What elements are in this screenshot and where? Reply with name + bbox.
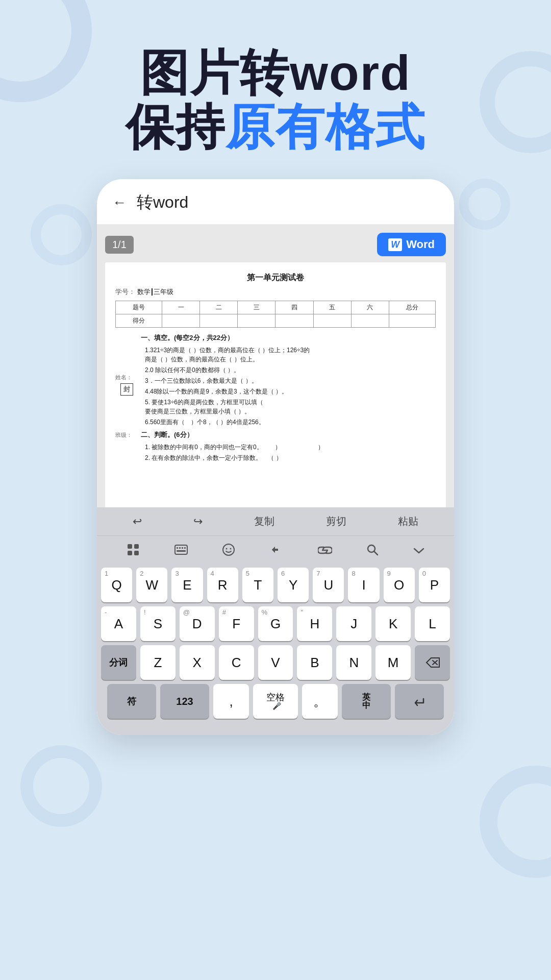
- key-g[interactable]: %G: [258, 606, 293, 641]
- key-x[interactable]: X: [180, 645, 215, 680]
- table-score-2: [200, 314, 238, 328]
- key-q[interactable]: 1Q: [101, 568, 132, 602]
- question-2-2: 2. 在有余数的除法中，余数一定小于除数。 （ ）: [145, 453, 436, 462]
- kb-link-button[interactable]: [313, 542, 337, 561]
- kb-grid-button[interactable]: [121, 540, 145, 562]
- key-l[interactable]: L: [415, 606, 450, 641]
- doc-title: 第一单元测试卷: [115, 273, 436, 283]
- key-row-4: 符 123 , 空格 🎤 。 英中: [101, 684, 450, 719]
- key-e[interactable]: 3E: [171, 568, 203, 602]
- key-k[interactable]: K: [375, 606, 411, 641]
- key-u[interactable]: 7U: [313, 568, 344, 602]
- kb-keyboard-button[interactable]: [169, 542, 193, 561]
- cut-button[interactable]: 剪切: [321, 512, 352, 530]
- redo-button[interactable]: ↪: [188, 513, 208, 530]
- key-enter[interactable]: [395, 684, 444, 719]
- key-t[interactable]: 5T: [242, 568, 273, 602]
- headline-line2: 保持原有格式: [126, 100, 425, 154]
- key-h[interactable]: "H: [297, 606, 332, 641]
- doc-page: 第一单元测试卷 学号： 数学 三年级 题号 一 二 三 四: [105, 262, 446, 507]
- svg-marker-14: [272, 547, 278, 553]
- key-comma[interactable]: ,: [213, 684, 249, 719]
- key-space[interactable]: 空格 🎤: [253, 684, 298, 719]
- question-1-6: 6.560里面有（ ）个8，（ ）的4倍是256。: [145, 418, 436, 427]
- headline-highlight: 原有格式: [226, 100, 425, 154]
- table-header-0: 题号: [116, 301, 162, 314]
- name-label: 姓名：: [115, 374, 141, 381]
- kb-cursor-button[interactable]: [265, 542, 288, 561]
- question-1-5: 5. 要使13÷6的商是两位数，方框里可以填（要使商是三位数，方框里最小填（ ）…: [145, 398, 436, 416]
- app-title: 转word: [137, 191, 188, 214]
- key-z[interactable]: Z: [140, 645, 176, 680]
- doc-container: 1/1 W Word 第一单元测试卷 学号： 数学 三年级: [97, 225, 454, 507]
- key-i[interactable]: 8I: [348, 568, 379, 602]
- keyboard-area: 1Q 2W 3E 4R 5T 6Y 7U 8I 9O 0P -A !S @D #…: [97, 565, 454, 727]
- table-header-5: 五: [313, 301, 351, 314]
- svg-point-10: [223, 544, 234, 555]
- kb-toolbar: ↩ ↪ 复制 剪切 粘贴: [97, 507, 454, 535]
- question-1-3: 3．一个三位数除以6，余数最大是（ ）。: [145, 376, 436, 385]
- key-n[interactable]: N: [336, 645, 371, 680]
- question-1-2: 2.0 除以任何不是0的数都得（ ）。: [145, 365, 436, 375]
- key-v[interactable]: V: [258, 645, 293, 680]
- paste-button[interactable]: 粘贴: [393, 512, 423, 530]
- back-button[interactable]: ←: [112, 194, 127, 211]
- key-a[interactable]: -A: [101, 606, 136, 641]
- key-m[interactable]: M: [375, 645, 411, 680]
- key-f[interactable]: #F: [219, 606, 254, 641]
- kb-collapse-button[interactable]: [408, 542, 430, 561]
- key-123[interactable]: 123: [160, 684, 209, 719]
- key-lang-switch[interactable]: 英中: [342, 684, 391, 719]
- question-1-4: 4.48除以一个数的商是9，余数是3，这个数是（ ）。: [145, 387, 436, 396]
- key-w[interactable]: 2W: [136, 568, 167, 602]
- grade-value: 三年级: [154, 287, 173, 297]
- name-seal: 封: [120, 383, 133, 396]
- key-p[interactable]: 0P: [419, 568, 450, 602]
- copy-button[interactable]: 复制: [249, 512, 280, 530]
- question-2-1: 1. 被除数的中间有0，商的中间也一定有0。 ） ）: [145, 443, 436, 452]
- cursor: [152, 288, 153, 296]
- key-s[interactable]: !S: [140, 606, 176, 641]
- headline-line1: 图片转word: [126, 46, 425, 100]
- kb-switch-row: [97, 535, 454, 565]
- table-score-1: [162, 314, 200, 328]
- table-score-3: [238, 314, 276, 328]
- svg-rect-1: [134, 544, 139, 549]
- svg-rect-8: [184, 547, 186, 549]
- key-o[interactable]: 9O: [384, 568, 415, 602]
- app-header: ← 转word: [97, 179, 454, 225]
- phone-mockup: ← 转word 1/1 W Word 第一单元测试卷 学号： 数学: [97, 179, 454, 735]
- table-header-3: 三: [238, 301, 276, 314]
- key-delete[interactable]: [415, 645, 450, 680]
- key-r[interactable]: 4R: [207, 568, 238, 602]
- table-score-6: [351, 314, 389, 328]
- key-y[interactable]: 6Y: [278, 568, 309, 602]
- key-symbols[interactable]: 符: [107, 684, 156, 719]
- svg-point-11: [226, 548, 228, 550]
- key-d[interactable]: @D: [180, 606, 215, 641]
- key-j[interactable]: J: [336, 606, 371, 641]
- section-2-heading: 二、判断。(6分）: [141, 430, 436, 440]
- table-header-1: 一: [162, 301, 200, 314]
- kb-search-button[interactable]: [361, 541, 384, 562]
- key-period[interactable]: 。: [302, 684, 338, 719]
- table-header-2: 二: [200, 301, 238, 314]
- kb-emoji-button[interactable]: [217, 540, 240, 562]
- key-row-3: 分词 Z X C V B N M: [101, 645, 450, 680]
- key-row-2: -A !S @D #F %G "H J K L: [101, 606, 450, 641]
- key-row-1: 1Q 2W 3E 4R 5T 6Y 7U 8I 9O 0P: [101, 568, 450, 602]
- section-1-heading: 一、填空。(每空2分，共22分）: [141, 333, 436, 344]
- key-c[interactable]: C: [219, 645, 254, 680]
- subject-value: 数学: [137, 287, 151, 297]
- svg-rect-5: [177, 547, 178, 549]
- subject-label: 学号：: [115, 287, 135, 297]
- key-fenci[interactable]: 分词: [101, 645, 136, 680]
- undo-button[interactable]: ↩: [128, 513, 147, 530]
- svg-rect-4: [175, 545, 187, 554]
- word-export-button[interactable]: W Word: [377, 233, 446, 256]
- svg-rect-9: [177, 550, 186, 552]
- headline-section: 图片转word 保持原有格式: [126, 0, 425, 179]
- svg-rect-0: [128, 544, 132, 549]
- key-b[interactable]: B: [297, 645, 332, 680]
- word-icon: W: [388, 238, 402, 251]
